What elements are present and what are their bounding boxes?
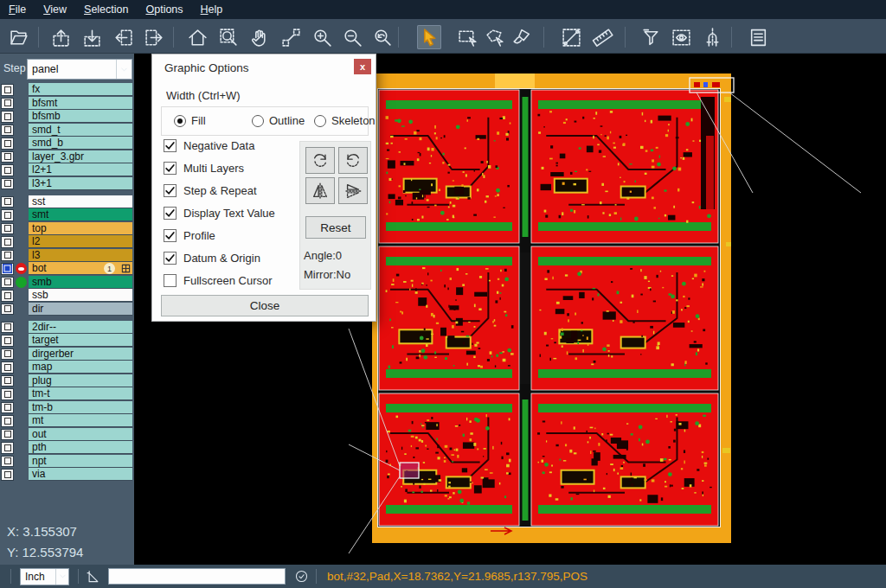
layer-row-dir[interactable]: dir bbox=[0, 303, 134, 316]
tool-filter[interactable] bbox=[639, 25, 663, 49]
layer-checkbox[interactable] bbox=[1, 456, 14, 468]
layer-checkbox[interactable] bbox=[1, 335, 14, 347]
checkbox-step-repeat[interactable]: Step & Repeat bbox=[164, 184, 257, 197]
command-input[interactable] bbox=[108, 568, 286, 585]
layer-row-bfsmb[interactable]: bfsmb bbox=[0, 110, 134, 124]
layer-checkbox[interactable] bbox=[1, 290, 14, 302]
layer-row-pth[interactable]: pth bbox=[0, 441, 134, 455]
layer-checkbox[interactable] bbox=[1, 442, 14, 454]
layer-row-l3[interactable]: l3 bbox=[0, 249, 134, 263]
layer-name[interactable]: tm-t bbox=[29, 387, 132, 400]
layer-name[interactable]: tm-b bbox=[29, 401, 132, 414]
layer-checkbox[interactable] bbox=[1, 125, 14, 137]
layer-name[interactable]: plug bbox=[29, 374, 132, 387]
radio-skeleton[interactable]: Skeleton bbox=[314, 114, 376, 127]
layer-name[interactable]: ssb bbox=[29, 289, 132, 302]
layer-name[interactable]: l2 bbox=[29, 235, 132, 248]
menu-help[interactable]: Help bbox=[192, 0, 232, 19]
layer-row-via[interactable]: via bbox=[0, 468, 134, 482]
layer-name[interactable]: npt bbox=[29, 455, 132, 468]
layer-row-target[interactable]: target bbox=[0, 334, 134, 348]
tool-measure-path[interactable] bbox=[279, 25, 303, 49]
layer-name[interactable]: via bbox=[29, 468, 132, 481]
unit-dropdown[interactable]: Inch bbox=[20, 568, 69, 585]
layer-row-smd_b[interactable]: smd_b bbox=[0, 137, 134, 150]
layer-row-map[interactable]: map bbox=[0, 361, 134, 374]
layer-checkbox[interactable] bbox=[1, 388, 14, 400]
layer-checkbox[interactable] bbox=[1, 304, 14, 316]
refresh-check-icon[interactable] bbox=[294, 569, 309, 584]
layer-checkbox[interactable] bbox=[1, 375, 14, 387]
layer-checkbox[interactable] bbox=[1, 196, 14, 208]
menu-selection[interactable]: Selection bbox=[75, 0, 137, 19]
layer-row-sst[interactable]: sst bbox=[0, 195, 134, 209]
layer-row-layer_3.gbr[interactable]: layer_3.gbr bbox=[0, 150, 134, 164]
layer-row-smb[interactable]: smb bbox=[0, 276, 134, 290]
checkbox-fullscreen-cursor[interactable]: Fullscreen Cursor bbox=[164, 274, 273, 287]
checkbox-display-text-value[interactable]: Display Text Value bbox=[164, 207, 275, 220]
layer-checkbox[interactable] bbox=[1, 164, 14, 176]
layer-row-ssb[interactable]: ssb bbox=[0, 289, 134, 303]
tool-zoom-area[interactable] bbox=[216, 25, 241, 49]
layer-row-tm-b[interactable]: tm-b bbox=[0, 401, 134, 415]
checkbox-negative-data[interactable]: Negative Data bbox=[164, 139, 254, 152]
layer-name[interactable]: 2dir-- bbox=[29, 321, 132, 334]
menu-view[interactable]: View bbox=[35, 0, 75, 19]
layer-name[interactable]: layer_3.gbr bbox=[29, 150, 132, 163]
tool-brush[interactable] bbox=[509, 25, 533, 49]
layer-name[interactable]: smt bbox=[29, 208, 132, 221]
layer-name[interactable]: bfsmb bbox=[29, 110, 132, 123]
layer-row-npt[interactable]: npt bbox=[0, 455, 134, 469]
radio-outline[interactable]: Outline bbox=[252, 114, 305, 127]
layer-name[interactable]: target bbox=[29, 334, 132, 347]
layer-checkbox[interactable] bbox=[1, 236, 14, 248]
tool-box-arrow-right[interactable] bbox=[142, 25, 166, 49]
layer-name[interactable]: pth bbox=[29, 441, 132, 454]
layer-name[interactable]: smd_t bbox=[29, 124, 132, 137]
layer-row-bot[interactable]: bot1 bbox=[0, 262, 134, 276]
layer-name[interactable]: l2+1 bbox=[29, 163, 132, 176]
layer-name[interactable]: fx bbox=[29, 83, 132, 96]
layer-name[interactable]: l3 bbox=[29, 249, 132, 262]
layer-checkbox[interactable] bbox=[1, 137, 14, 150]
dialog-close-button[interactable]: x bbox=[354, 59, 371, 74]
layer-row-mt[interactable]: mt bbox=[0, 414, 134, 428]
mirror-vertical-button[interactable] bbox=[338, 177, 368, 204]
layer-row-bfsmt[interactable]: bfsmt bbox=[0, 97, 134, 111]
tool-ruler[interactable] bbox=[590, 25, 614, 49]
tool-zoom-in[interactable] bbox=[310, 25, 334, 49]
step-dropdown[interactable]: panel bbox=[27, 59, 132, 80]
layer-checkbox[interactable] bbox=[1, 361, 14, 374]
tool-snap-magnet[interactable] bbox=[700, 25, 724, 49]
layer-name[interactable]: smb bbox=[29, 276, 132, 289]
layer-row-l2[interactable]: l2 bbox=[0, 235, 134, 249]
tool-pan-hand[interactable] bbox=[247, 25, 272, 49]
tool-report[interactable] bbox=[746, 25, 770, 49]
radio-fill[interactable]: Fill bbox=[174, 114, 206, 127]
close-button[interactable]: Close bbox=[161, 295, 369, 316]
tool-select-cursor[interactable] bbox=[417, 25, 441, 49]
checkbox-multi-layers[interactable]: Multi Layers bbox=[164, 162, 244, 175]
rotate-cw-button[interactable] bbox=[305, 147, 335, 174]
layer-row-smd_t[interactable]: smd_t bbox=[0, 124, 134, 137]
reset-button[interactable]: Reset bbox=[305, 216, 366, 239]
tool-box-arrow-up[interactable] bbox=[48, 25, 73, 49]
checkbox-datum-origin[interactable]: Datum & Origin bbox=[164, 252, 260, 265]
layer-name[interactable]: smd_b bbox=[29, 137, 132, 150]
layer-row-top[interactable]: top bbox=[0, 222, 134, 236]
tool-zoom-previous[interactable] bbox=[369, 25, 394, 49]
layer-checkbox[interactable] bbox=[1, 415, 14, 427]
layer-checkbox[interactable] bbox=[1, 348, 14, 361]
layer-checkbox[interactable] bbox=[1, 151, 14, 163]
tool-poly-select[interactable] bbox=[482, 25, 506, 49]
tool-view-box[interactable] bbox=[669, 25, 693, 49]
layer-name[interactable]: dir bbox=[29, 303, 132, 316]
menu-file[interactable]: File bbox=[0, 0, 35, 19]
layer-name[interactable]: out bbox=[29, 428, 132, 441]
layer-name[interactable]: sst bbox=[29, 195, 132, 208]
layer-name[interactable]: bfsmt bbox=[29, 97, 132, 110]
layer-name[interactable]: mt bbox=[29, 414, 132, 427]
layer-checkbox[interactable] bbox=[1, 263, 14, 275]
tool-home[interactable] bbox=[185, 25, 209, 49]
tool-open-folder[interactable] bbox=[7, 25, 31, 49]
